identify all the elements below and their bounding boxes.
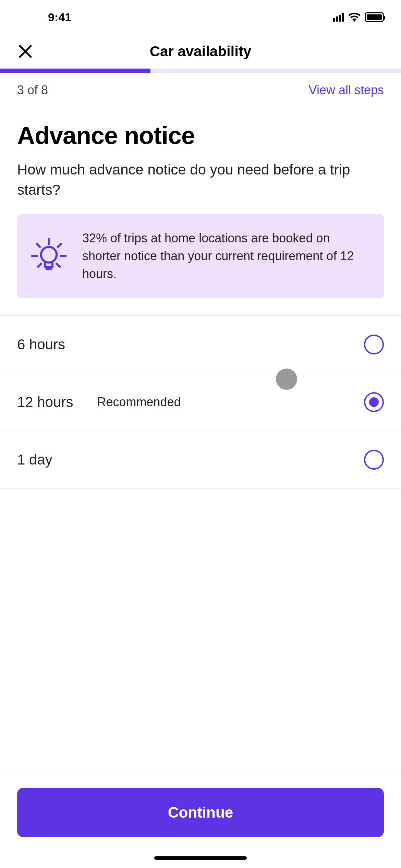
option-label: 12 hours — [17, 394, 73, 410]
view-all-steps-link[interactable]: View all steps — [309, 83, 384, 97]
recommended-badge: Recommended — [97, 395, 181, 409]
battery-icon — [365, 12, 384, 22]
option-12-hours[interactable]: 12 hours Recommended — [0, 373, 401, 431]
svg-point-7 — [41, 247, 57, 263]
subtitle: How much advance notice do you need befo… — [0, 160, 401, 214]
home-indicator[interactable] — [154, 856, 247, 860]
status-icons — [333, 12, 384, 22]
status-time: 9:41 — [48, 11, 71, 24]
close-icon[interactable] — [17, 43, 34, 60]
svg-line-5 — [38, 264, 41, 267]
continue-button[interactable]: Continue — [17, 788, 384, 837]
svg-line-2 — [58, 244, 61, 247]
svg-line-1 — [37, 244, 40, 247]
step-row: 3 of 8 View all steps — [0, 73, 401, 111]
progress-bar — [0, 69, 401, 73]
option-6-hours[interactable]: 6 hours — [0, 316, 401, 373]
radio-icon — [364, 335, 384, 354]
progress-fill — [0, 69, 150, 73]
svg-line-6 — [57, 264, 60, 267]
step-counter: 3 of 8 — [17, 83, 48, 97]
lightbulb-icon — [31, 238, 67, 274]
status-bar: 9:41 — [0, 0, 401, 34]
page-title: Car availability — [17, 43, 384, 60]
footer: Continue — [0, 772, 401, 868]
cellular-signal-icon — [333, 13, 344, 22]
info-text: 32% of trips at home locations are booke… — [82, 229, 370, 283]
option-label: 6 hours — [17, 336, 65, 353]
touch-indicator-icon — [276, 369, 297, 390]
options-list: 6 hours 12 hours Recommended 1 day — [0, 315, 401, 489]
main-heading: Advance notice — [0, 111, 401, 160]
info-callout: 32% of trips at home locations are booke… — [17, 214, 384, 299]
radio-icon — [364, 450, 384, 470]
radio-icon — [364, 392, 384, 412]
option-label: 1 day — [17, 451, 52, 468]
option-1-day[interactable]: 1 day — [0, 431, 401, 489]
wifi-icon — [348, 12, 361, 22]
header: Car availability — [0, 34, 401, 69]
